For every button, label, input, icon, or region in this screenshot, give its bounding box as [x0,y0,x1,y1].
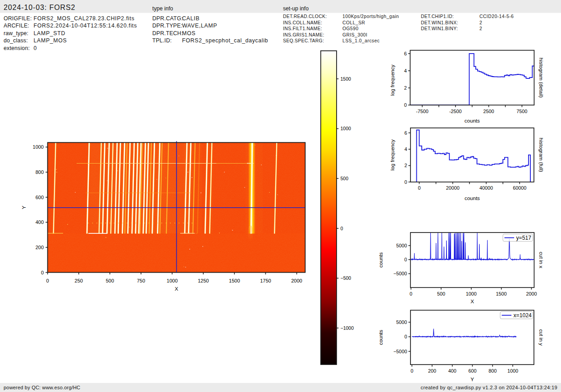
svg-text:1250: 1250 [198,278,209,283]
svg-text:2: 2 [479,26,482,31]
svg-text:40000: 40000 [479,185,493,191]
svg-text:counts: counts [465,196,480,201]
svg-text:0: 0 [341,226,343,231]
svg-text:1000: 1000 [507,368,518,374]
svg-text:OG590: OG590 [342,26,359,31]
svg-text:−5000: −5000 [393,349,407,354]
svg-text:FORS2_specphot_cal_daycalib: FORS2_specphot_cal_daycalib [182,37,268,44]
svg-text:DPR.TECH:: DPR.TECH: [152,30,183,36]
svg-text:5000: 5000 [396,243,407,248]
svg-text:LAMP_MOS: LAMP_MOS [34,37,67,44]
svg-text:500: 500 [437,291,445,296]
svg-text:1000: 1000 [167,278,178,283]
svg-text:600: 600 [468,368,476,374]
svg-text:Y: Y [21,205,27,209]
svg-text:TPL.ID:: TPL.ID: [152,37,172,44]
svg-text:X: X [175,286,178,292]
svg-text:2000: 2000 [291,278,302,283]
svg-text:200: 200 [36,245,44,250]
svg-text:5000: 5000 [396,319,407,325]
svg-text:extension:: extension: [4,45,30,51]
svg-text:0: 0 [404,179,407,185]
svg-text:400: 400 [448,368,456,374]
svg-text:counts: counts [465,118,480,123]
svg-text:500: 500 [106,278,114,283]
svg-text:4: 4 [404,146,407,152]
svg-text:6: 6 [404,130,407,136]
svg-text:1500: 1500 [496,291,507,296]
svg-text:DET.WIN1.BINX:: DET.WIN1.BINX: [421,20,458,25]
svg-text:ARCFILE:: ARCFILE: [4,23,29,29]
svg-text:DET.WIN1.BINY:: DET.WIN1.BINY: [421,26,458,31]
svg-text:200: 200 [428,368,436,374]
svg-text:400: 400 [36,219,44,225]
svg-text:Y: Y [470,377,474,382]
svg-text:500: 500 [341,176,349,181]
svg-text:2: 2 [479,20,482,25]
svg-text:800: 800 [488,368,497,374]
svg-text:GRIS_300I: GRIS_300I [342,32,367,37]
svg-text:60000: 60000 [513,185,526,191]
svg-text:2024-10-03: FORS2: 2024-10-03: FORS2 [4,4,75,11]
svg-text:1000: 1000 [33,144,44,150]
svg-text:750: 750 [137,278,145,283]
svg-text:6: 6 [404,51,407,56]
svg-text:1000: 1000 [466,291,477,296]
svg-text:0: 0 [410,368,413,374]
svg-text:2000: 2000 [526,291,537,296]
svg-text:CALIB: CALIB [182,15,200,22]
svg-text:LSS_1.0_arcsec: LSS_1.0_arcsec [342,38,380,43]
svg-text:4: 4 [404,68,407,73]
svg-text:raw_type:: raw_type: [4,30,28,36]
svg-text:log frequency: log frequency [390,64,395,96]
svg-text:FORS2_MOS_CAL278.23.CHIP2.fits: FORS2_MOS_CAL278.23.CHIP2.fits [34,15,135,22]
svg-text:histogram (full): histogram (full) [538,138,544,172]
svg-text:2500: 2500 [483,109,494,114]
svg-text:-2500: -2500 [449,109,462,114]
svg-text:cut in y: cut in y [538,329,544,346]
svg-text:0: 0 [404,257,407,262]
svg-text:DPR.CATG:: DPR.CATG: [152,15,183,22]
svg-text:0: 0 [34,45,37,51]
svg-text:powered by QC: www.eso.org/HC: powered by QC: www.eso.org/HC [4,385,80,390]
svg-text:DET.READ.CLOCK:: DET.READ.CLOCK: [283,14,327,19]
svg-text:X: X [470,299,474,304]
svg-text:1750: 1750 [260,278,271,283]
svg-text:counts: counts [378,330,383,345]
svg-text:COLL_SR: COLL_SR [342,20,365,25]
svg-text:0: 0 [46,278,49,283]
svg-text:histogram (detail): histogram (detail) [538,58,544,98]
svg-text:LAMP_STD: LAMP_STD [34,30,66,36]
svg-text:FORS2.2024-10-04T12:55:14.620.: FORS2.2024-10-04T12:55:14.620.fits [34,23,137,29]
svg-text:DET.CHIP1.ID:: DET.CHIP1.ID: [421,14,454,19]
svg-text:0: 0 [41,270,44,275]
svg-text:2: 2 [404,85,407,91]
svg-text:INS.FILT1.NAME:: INS.FILT1.NAME: [283,26,322,31]
svg-text:set-up info: set-up info [283,5,309,12]
svg-text:MOS: MOS [182,30,196,36]
svg-text:SEQ.SPEC.TARG:: SEQ.SPEC.TARG: [283,38,324,43]
svg-text:CCID20-14-5-6: CCID20-14-5-6 [479,14,514,19]
svg-text:−500: −500 [341,275,351,281]
svg-text:type info: type info [152,5,173,12]
svg-text:100Kps/2ports/high_gain: 100Kps/2ports/high_gain [342,14,399,19]
svg-text:-7500: -7500 [416,109,429,114]
svg-text:0: 0 [404,334,407,339]
svg-text:0: 0 [404,102,407,108]
svg-text:INS.GRIS1.NAME:: INS.GRIS1.NAME: [283,32,324,37]
svg-text:2: 2 [404,163,407,168]
svg-text:−1000: −1000 [341,325,354,331]
svg-text:800: 800 [36,169,44,175]
svg-text:0: 0 [418,185,420,191]
svg-text:0: 0 [410,291,412,296]
svg-text:INS.COLL.NAME:: INS.COLL.NAME: [283,20,322,25]
svg-text:600: 600 [36,195,44,200]
svg-text:y=517: y=517 [516,235,532,241]
svg-text:7500: 7500 [516,109,527,114]
svg-text:1500: 1500 [229,278,240,283]
svg-text:created by qc_rawdisp.py v1.2.: created by qc_rawdisp.py v1.2.3 on 2024-… [420,385,557,390]
svg-text:20000: 20000 [446,185,460,191]
svg-text:cut in x: cut in x [538,252,544,269]
svg-text:250: 250 [75,278,83,283]
svg-text:log frequency: log frequency [390,139,395,170]
